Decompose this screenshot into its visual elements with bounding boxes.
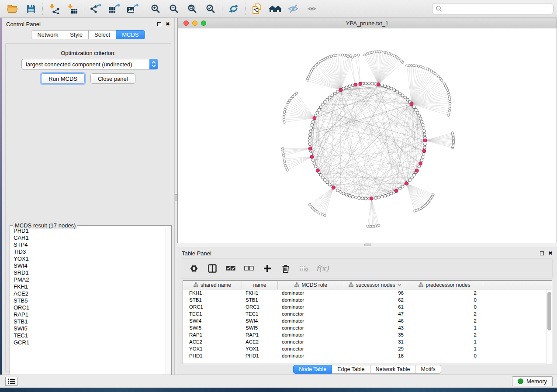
leaf-node[interactable]	[447, 91, 449, 93]
mcds-result-item[interactable]: SWI5	[10, 325, 166, 332]
ring-node[interactable]	[416, 111, 419, 114]
ring-node[interactable]	[339, 190, 342, 193]
ring-node[interactable]	[351, 195, 354, 198]
ring-node[interactable]	[384, 85, 387, 88]
ring-node[interactable]	[398, 187, 401, 190]
ring-node[interactable]	[418, 114, 421, 117]
ring-node[interactable]	[364, 197, 367, 200]
ring-node[interactable]	[408, 179, 412, 182]
table-row[interactable]: FKH1FKH1dominator962	[183, 289, 552, 296]
run-mcds-button[interactable]: Run MCDS	[41, 73, 85, 84]
zoom-out-icon[interactable]	[165, 1, 183, 16]
ring-node[interactable]	[323, 179, 326, 182]
show-all-icon[interactable]	[303, 1, 321, 16]
ring-node[interactable]	[412, 106, 415, 109]
dominator-node[interactable]	[422, 149, 426, 153]
float-panel-icon[interactable]	[157, 22, 161, 26]
leaf-node[interactable]	[283, 118, 285, 120]
ring-node[interactable]	[420, 120, 423, 123]
ring-node[interactable]	[423, 130, 426, 133]
show-column-panel-icon[interactable]	[207, 262, 218, 275]
ring-node[interactable]	[423, 133, 426, 136]
leaf-node[interactable]	[288, 99, 291, 101]
table-row[interactable]: STB1STB1dominator620	[183, 296, 552, 303]
mcds-result-item[interactable]: PMA2	[10, 276, 166, 283]
ring-node[interactable]	[310, 127, 313, 130]
ring-node[interactable]	[316, 111, 319, 114]
leaf-node[interactable]	[283, 121, 285, 123]
ring-node[interactable]	[318, 108, 321, 111]
dominator-node[interactable]	[410, 102, 413, 106]
ring-node[interactable]	[401, 185, 404, 188]
zoom-in-icon[interactable]	[146, 1, 165, 16]
mcds-result-item[interactable]: GCR1	[10, 339, 166, 346]
ring-node[interactable]	[313, 162, 316, 165]
ring-node[interactable]	[411, 176, 414, 179]
ring-node[interactable]	[421, 156, 424, 159]
splitter-grip[interactable]	[364, 244, 371, 246]
leaf-node[interactable]	[410, 64, 412, 66]
ring-node[interactable]	[422, 153, 425, 156]
table-scrollbar[interactable]	[546, 289, 552, 364]
leaf-node[interactable]	[415, 65, 417, 67]
ring-node[interactable]	[384, 194, 387, 197]
table-row[interactable]: SWI5SWI5connector431	[183, 324, 552, 331]
show-task-history-button[interactable]	[5, 377, 17, 386]
leaf-node[interactable]	[283, 113, 285, 116]
leaf-node[interactable]	[419, 65, 422, 68]
table-settings-gear-icon[interactable]	[188, 262, 200, 275]
leaf-node[interactable]	[448, 112, 450, 114]
dominator-node[interactable]	[415, 169, 419, 172]
leaf-node[interactable]	[451, 132, 453, 134]
save-session-icon[interactable]	[22, 1, 40, 16]
ring-node[interactable]	[422, 127, 425, 130]
hide-selected-icon[interactable]	[284, 1, 303, 16]
dominator-node[interactable]	[308, 147, 312, 150]
column-header-name[interactable]: name	[242, 281, 278, 289]
mcds-result-item[interactable]: YOX1	[10, 255, 166, 262]
ring-node[interactable]	[308, 136, 311, 139]
search-input[interactable]	[432, 3, 554, 14]
dominator-node[interactable]	[339, 88, 343, 92]
export-table-icon[interactable]	[105, 1, 123, 16]
table-scrollbar-thumb[interactable]	[547, 292, 551, 330]
ring-node[interactable]	[361, 197, 364, 200]
ring-node[interactable]	[319, 173, 322, 176]
table-row[interactable]: TEC1TEC1connector472	[183, 310, 552, 317]
zoom-fit-icon[interactable]	[183, 1, 201, 16]
ring-node[interactable]	[322, 103, 325, 106]
ring-node[interactable]	[348, 194, 351, 197]
mcds-result-item[interactable]: STP4	[10, 241, 166, 248]
ring-node[interactable]	[323, 100, 326, 103]
ring-node[interactable]	[371, 82, 374, 85]
leaf-node[interactable]	[448, 96, 450, 98]
mcds-result-item[interactable]: SRD1	[10, 269, 166, 276]
ring-node[interactable]	[381, 195, 384, 198]
leaf-node[interactable]	[449, 103, 451, 105]
leaf-node[interactable]	[284, 162, 286, 165]
duplicate-network-icon[interactable]	[248, 1, 266, 16]
delete-column-icon[interactable]	[280, 262, 291, 275]
ring-node[interactable]	[390, 192, 393, 195]
import-table-icon[interactable]	[63, 1, 82, 16]
ring-node[interactable]	[328, 183, 331, 186]
ring-node[interactable]	[342, 192, 345, 195]
mcds-result-item[interactable]: CAR1	[10, 234, 166, 241]
ring-node[interactable]	[331, 94, 334, 97]
zoom-selected-icon[interactable]	[201, 1, 220, 16]
tab-mcds[interactable]: MCDS	[116, 30, 145, 39]
open-file-icon[interactable]	[3, 1, 22, 16]
ring-node[interactable]	[311, 120, 315, 123]
float-panel-icon[interactable]	[540, 251, 544, 255]
ring-node[interactable]	[358, 196, 361, 199]
mcds-result-item[interactable]: FKH1	[10, 283, 166, 290]
tab-node-table[interactable]: Node Table	[293, 365, 332, 374]
leaf-node[interactable]	[290, 97, 292, 100]
leaf-node[interactable]	[306, 80, 308, 82]
ring-node[interactable]	[354, 196, 357, 199]
ring-node[interactable]	[415, 108, 418, 111]
ring-node[interactable]	[381, 84, 384, 87]
ring-node[interactable]	[308, 140, 311, 143]
ring-node[interactable]	[336, 189, 339, 192]
ring-node[interactable]	[421, 124, 424, 127]
